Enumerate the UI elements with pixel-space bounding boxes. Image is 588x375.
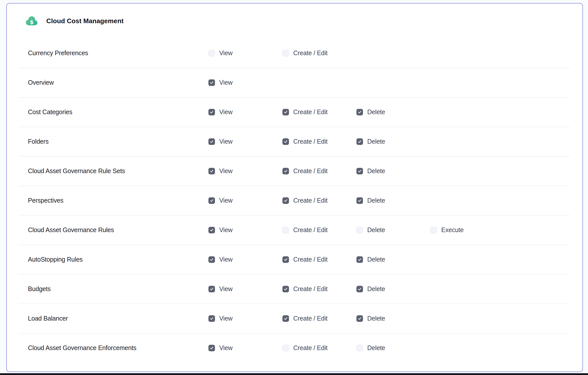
permission-cell: Execute xyxy=(430,226,504,234)
resource-label: Cloud Asset Governance Rule Sets xyxy=(28,167,208,175)
permission-label: View xyxy=(219,344,233,352)
delete-checkbox[interactable] xyxy=(356,256,363,263)
view-checkbox[interactable] xyxy=(208,197,215,204)
permission-row: BudgetsViewCreate / EditDelete xyxy=(7,274,582,304)
delete-checkbox[interactable] xyxy=(356,168,363,174)
permission-row: OverviewView xyxy=(7,68,582,97)
permission-label: Delete xyxy=(367,256,385,263)
permission-label: Create / Edit xyxy=(293,138,327,145)
permission-label: Create / Edit xyxy=(293,315,327,322)
delete-checkbox[interactable] xyxy=(356,138,363,145)
permission-cell: Delete xyxy=(356,315,430,322)
create-edit-checkbox[interactable] xyxy=(282,109,289,115)
permission-cell: Create / Edit xyxy=(282,256,356,263)
view-checkbox[interactable] xyxy=(208,79,215,86)
permission-row: Currency PreferencesViewCreate / Edit xyxy=(7,38,582,68)
permission-row: Cloud Asset Governance EnforcementsViewC… xyxy=(7,333,582,363)
delete-checkbox[interactable] xyxy=(356,197,363,204)
delete-checkbox[interactable] xyxy=(356,227,363,233)
permission-cell: Create / Edit xyxy=(282,285,356,293)
permission-cell: Create / Edit xyxy=(282,226,356,234)
permission-cell: Delete xyxy=(356,344,430,352)
permission-cell: Delete xyxy=(356,256,430,263)
permission-cell: Delete xyxy=(356,108,430,116)
resource-label: Cost Categories xyxy=(28,108,208,116)
delete-checkbox[interactable] xyxy=(356,109,363,115)
permission-cell: View xyxy=(208,344,282,352)
check-icon xyxy=(283,287,288,291)
permission-label: View xyxy=(219,285,233,293)
cut-off-dark-bar xyxy=(0,373,588,375)
view-checkbox[interactable] xyxy=(208,138,215,145)
permission-label: Delete xyxy=(367,315,385,322)
delete-checkbox[interactable] xyxy=(356,286,363,292)
check-icon xyxy=(357,110,362,114)
check-icon xyxy=(283,198,288,203)
resource-label: Perspectives xyxy=(28,197,208,204)
permission-cell: View xyxy=(208,167,282,175)
resource-label: Currency Preferences xyxy=(28,49,208,57)
permission-cell: Create / Edit xyxy=(282,344,356,352)
permission-cell: Create / Edit xyxy=(282,197,356,204)
permission-label: Delete xyxy=(367,226,385,234)
create-edit-checkbox[interactable] xyxy=(282,315,289,322)
view-checkbox[interactable] xyxy=(208,109,215,115)
permission-label: Create / Edit xyxy=(293,197,327,204)
create-edit-checkbox[interactable] xyxy=(282,227,289,233)
check-icon xyxy=(283,110,288,114)
permission-row: FoldersViewCreate / EditDelete xyxy=(7,127,582,156)
delete-checkbox[interactable] xyxy=(356,315,363,322)
check-icon xyxy=(209,257,214,262)
permission-row: Cloud Asset Governance RulesViewCreate /… xyxy=(7,215,582,245)
check-icon xyxy=(357,257,362,262)
check-icon xyxy=(357,198,362,203)
svg-text:$: $ xyxy=(30,19,33,25)
permission-label: Create / Edit xyxy=(293,49,327,57)
check-icon xyxy=(283,169,288,173)
check-icon xyxy=(209,287,214,291)
check-icon xyxy=(209,228,214,232)
permission-label: Delete xyxy=(367,197,385,204)
permission-label: Create / Edit xyxy=(293,108,327,116)
cloud-dollar-icon: $ xyxy=(25,16,39,26)
view-checkbox[interactable] xyxy=(208,315,215,322)
permission-cell: View xyxy=(208,256,282,263)
create-edit-checkbox[interactable] xyxy=(282,286,289,292)
create-edit-checkbox[interactable] xyxy=(282,138,289,145)
permissions-panel: $ Cloud Cost Management Currency Prefere… xyxy=(6,3,583,372)
delete-checkbox[interactable] xyxy=(356,345,363,351)
page-title: Cloud Cost Management xyxy=(46,17,124,25)
permission-label: View xyxy=(219,226,233,234)
create-edit-checkbox[interactable] xyxy=(282,197,289,204)
permission-cell: Delete xyxy=(356,197,430,204)
permission-cell: Delete xyxy=(356,138,430,145)
create-edit-checkbox[interactable] xyxy=(282,168,289,174)
view-checkbox[interactable] xyxy=(208,286,215,292)
permission-cell: Create / Edit xyxy=(282,108,356,116)
view-checkbox[interactable] xyxy=(208,227,215,233)
permission-label: View xyxy=(219,315,233,322)
permission-label: Execute xyxy=(441,226,464,234)
permission-label: Delete xyxy=(367,167,385,175)
check-icon xyxy=(209,346,214,350)
permission-label: View xyxy=(219,108,233,116)
permission-row: Cloud Asset Governance Rule SetsViewCrea… xyxy=(7,156,582,186)
resource-label: Overview xyxy=(28,79,208,86)
view-checkbox[interactable] xyxy=(208,168,215,174)
permission-cell: View xyxy=(208,197,282,204)
view-checkbox[interactable] xyxy=(208,256,215,263)
view-checkbox[interactable] xyxy=(208,50,215,56)
create-edit-checkbox[interactable] xyxy=(282,50,289,56)
permission-row: Cost CategoriesViewCreate / EditDelete xyxy=(7,97,582,127)
permission-cell: Create / Edit xyxy=(282,138,356,145)
view-checkbox[interactable] xyxy=(208,345,215,351)
execute-checkbox[interactable] xyxy=(430,227,437,233)
create-edit-checkbox[interactable] xyxy=(282,345,289,351)
permission-cell: View xyxy=(208,79,282,86)
create-edit-checkbox[interactable] xyxy=(282,256,289,263)
permission-label: Delete xyxy=(367,344,385,352)
permission-label: View xyxy=(219,167,233,175)
permission-label: Create / Edit xyxy=(293,285,327,293)
check-icon xyxy=(283,316,288,321)
resource-label: Cloud Asset Governance Rules xyxy=(28,226,208,234)
